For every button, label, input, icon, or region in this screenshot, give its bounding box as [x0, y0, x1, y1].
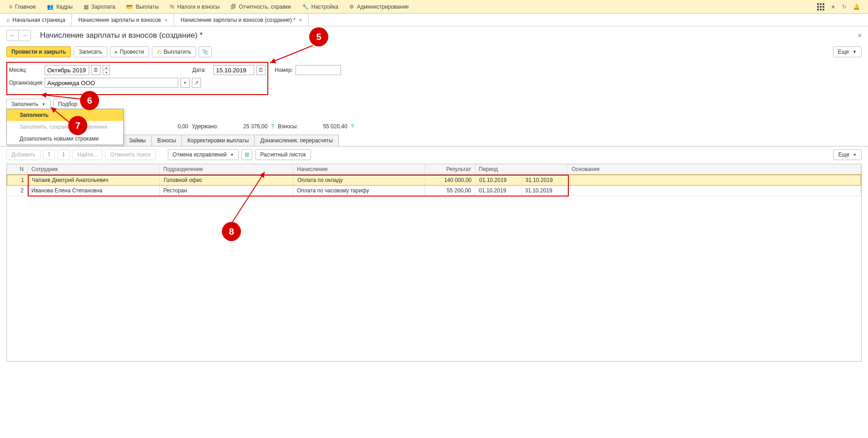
annotation-7: 7 [68, 116, 87, 135]
post-label: Провести [120, 49, 144, 55]
grid-settings-button[interactable]: ⊞ [241, 149, 252, 160]
post-and-close-button[interactable]: Провести и закрыть [6, 46, 71, 57]
org-input[interactable] [45, 78, 178, 88]
table-icon: ⊞ [245, 151, 249, 158]
people-icon: 👥 [47, 4, 54, 10]
subtab-payfix[interactable]: Корректировки выплаты [181, 135, 255, 146]
star-icon[interactable]: ★ [831, 4, 836, 10]
withheld-label: Удержано: [192, 123, 218, 130]
cell-period-to: 31.10.2019 [522, 186, 568, 196]
top-menu-bar: ≡Главное 👥Кадры ▦Зарплата 💳Выплаты %Нало… [0, 0, 868, 14]
col-department[interactable]: Подразделение [160, 164, 293, 174]
cancel-find-button[interactable]: Отменить поиск [105, 149, 156, 160]
table-row[interactable]: 2 Иванова Елена Степановна Ресторан Опла… [7, 186, 861, 196]
fill-button[interactable]: Заполнить▼ [6, 99, 50, 110]
more-label: Еще [838, 49, 849, 55]
month-calendar-button[interactable]: 🗓 [91, 65, 100, 75]
spin-down-icon[interactable]: ▼ [103, 70, 110, 75]
subtab-loans-label: Займы [129, 137, 146, 144]
menu-main[interactable]: ≡Главное [4, 0, 41, 14]
col-basis[interactable]: Основание [568, 164, 861, 174]
attach-button[interactable]: 📎 [199, 46, 212, 57]
post-button[interactable]: ▸Провести [110, 46, 149, 57]
apps-icon[interactable] [817, 3, 824, 10]
contrib-label: Взносы: [278, 123, 298, 130]
contrib-value: 55 020,40 [302, 123, 347, 130]
add-label: Добавить [11, 151, 35, 158]
save-button[interactable]: Записать [74, 46, 107, 57]
subtab-contrib[interactable]: Взносы [151, 135, 182, 146]
org-dropdown-button[interactable]: ▼ [181, 78, 190, 88]
col-period[interactable]: Период [475, 164, 568, 174]
tab-home[interactable]: ⌂Начальная страница [0, 14, 72, 26]
month-spinner[interactable]: ▲▼ [103, 65, 110, 75]
menu-settings[interactable]: 🔧Настройка [296, 0, 344, 14]
month-input[interactable] [45, 65, 89, 75]
nav-buttons: ← → [6, 30, 31, 41]
tab-accrual-list-label: Начисление зарплаты и взносов [78, 17, 161, 23]
fill-toolbar: Заполнить▼ Подбор Заполнить Заполнить, с… [0, 98, 868, 111]
nav-back-button[interactable]: ← [7, 30, 19, 40]
close-icon[interactable]: × [165, 17, 167, 23]
bell-icon[interactable]: 🔔 [853, 4, 860, 10]
more-button[interactable]: Еще▼ [833, 46, 862, 57]
cell-employee: Чапаев Дмитрий Анатольевич [28, 175, 160, 185]
pay-button[interactable]: ◴Выплатить [152, 46, 196, 57]
subtab-recalc[interactable]: Доначисления, перерасчеты [254, 135, 338, 146]
page-close-button[interactable]: × [858, 32, 862, 39]
subtab-loans[interactable]: Займы [123, 135, 152, 146]
menu-payments[interactable]: 💳Выплаты [120, 0, 164, 14]
calendar-icon: 🗓 [93, 67, 99, 73]
number-input[interactable] [296, 65, 341, 75]
grid-more-button[interactable]: Еще▼ [833, 149, 862, 160]
col-accrual[interactable]: Начисление [293, 164, 425, 174]
movedown-button[interactable]: 🠗 [58, 149, 70, 160]
menu-salary-label: Зарплата [91, 4, 115, 10]
dropdown-fill-label: Заполнить [20, 112, 49, 118]
help-icon[interactable]: ? [271, 123, 274, 130]
help-icon[interactable]: ? [351, 123, 354, 130]
date-calendar-button[interactable]: 🗓 [256, 65, 266, 75]
org-open-button[interactable]: ↗ [192, 78, 201, 88]
command-bar: Провести и закрыть Записать ▸Провести ◴В… [0, 45, 868, 59]
col-result[interactable]: Результат [425, 164, 475, 174]
col-n[interactable]: N [7, 164, 28, 174]
payslip-button[interactable]: Расчетный листок [255, 149, 311, 160]
calendar-icon: 🗓 [258, 67, 264, 73]
cell-department: Головной офис [160, 175, 294, 185]
moveup-button[interactable]: 🠕 [43, 149, 55, 160]
close-icon[interactable]: × [299, 17, 302, 23]
menu-salary[interactable]: ▦Зарплата [78, 0, 121, 14]
cell-accrual: Оплата по часовому тарифу [293, 186, 425, 196]
table-row[interactable]: 1 Чапаев Дмитрий Анатольевич Головной оф… [7, 175, 861, 186]
cell-result: 140 000,00 [426, 175, 476, 185]
accrued-value: 0,00 [143, 123, 188, 130]
menu-taxes[interactable]: %Налоги и взносы [164, 0, 225, 14]
dropdown-fill-keep: Заполнить, сохранив исправления [7, 121, 123, 133]
pay-label: Выплатить [164, 49, 191, 55]
find-button[interactable]: Найти... [72, 149, 102, 160]
add-button[interactable]: Добавить [6, 149, 40, 160]
dropdown-fill[interactable]: Заполнить [7, 109, 123, 121]
menu-reports[interactable]: 🗐Отчетность, справки [225, 0, 296, 14]
date-input[interactable] [213, 65, 254, 75]
chevron-down-icon: ▼ [853, 50, 857, 54]
top-right-icons: ★ ↻ 🔔 [817, 3, 864, 10]
select-button[interactable]: Подбор [53, 99, 82, 110]
nav-forward-button[interactable]: → [19, 30, 30, 40]
open-icon: ↗ [194, 80, 199, 86]
tab-accrual-list[interactable]: Начисление зарплаты и взносов× [72, 14, 174, 26]
cell-n: 2 [7, 186, 28, 196]
gear-icon: ⚙ [349, 4, 354, 10]
tab-accrual-create[interactable]: Начисление зарплаты и взносов (создание)… [174, 14, 309, 26]
cancel-fixes-button[interactable]: Отмена исправлений▼ [168, 149, 239, 160]
table-body[interactable]: 1 Чапаев Дмитрий Анатольевич Головной оф… [7, 175, 861, 361]
cell-period-from: 01.10.2019 [475, 186, 522, 196]
menu-hr[interactable]: 👥Кадры [41, 0, 78, 14]
col-employee[interactable]: Сотрудник [28, 164, 160, 174]
dropdown-fill-append[interactable]: Дозаполнить новыми строками [7, 133, 123, 145]
menu-admin[interactable]: ⚙Администрирование [344, 0, 414, 14]
cell-result: 55 200,00 [425, 186, 475, 196]
history-icon[interactable]: ↻ [842, 4, 847, 10]
spin-up-icon[interactable]: ▲ [103, 65, 110, 70]
